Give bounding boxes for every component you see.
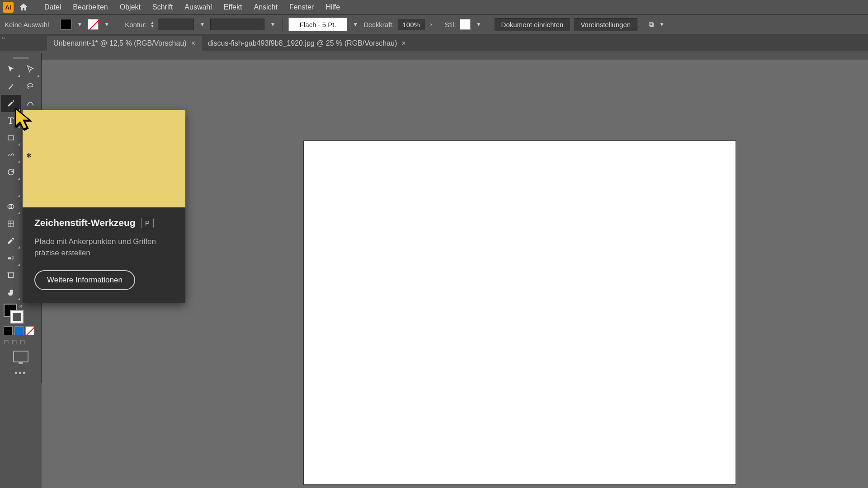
tooltip-description: Pfade mit Ankerpunkten und Griffen präzi… bbox=[34, 236, 174, 258]
stroke-weight-stepper[interactable]: ▲▼ bbox=[151, 21, 155, 28]
magic-wand-tool[interactable] bbox=[1, 78, 21, 95]
rotate-tool[interactable] bbox=[1, 164, 21, 181]
style-label: Stil: bbox=[445, 21, 456, 28]
tool-tooltip: Zeichenstift-Werkzeug P Pfade mit Ankerp… bbox=[23, 110, 185, 303]
tooltip-title: Zeichenstift-Werkzeug bbox=[34, 217, 136, 228]
variable-width-dropdown-icon[interactable]: ▼ bbox=[268, 21, 277, 28]
pen-cursor-asterisk-icon: ✱ bbox=[26, 152, 32, 159]
artboard[interactable] bbox=[304, 141, 736, 484]
hand-tool[interactable] bbox=[1, 284, 21, 301]
opacity-dropdown-icon[interactable]: › bbox=[429, 21, 434, 28]
stroke-profile-dropdown-icon[interactable]: ▼ bbox=[198, 21, 207, 28]
fill-swatch[interactable] bbox=[61, 19, 71, 30]
menubar: Ai Datei Bearbeiten Objekt Schrift Auswa… bbox=[0, 0, 868, 14]
separator bbox=[283, 18, 283, 31]
menu-schrift[interactable]: Schrift bbox=[147, 1, 178, 13]
menu-objekt[interactable]: Objekt bbox=[114, 1, 146, 13]
draw-behind-icon[interactable]: ◻ bbox=[12, 338, 17, 345]
panel-collapse-icon[interactable]: ‹‹ bbox=[2, 35, 5, 40]
document-tabs: ‹‹ Unbenannt-1* @ 12,5 % (RGB/Vorschau) … bbox=[0, 34, 868, 51]
menu-hilfe[interactable]: Hilfe bbox=[320, 1, 345, 13]
preferences-button[interactable]: Voreinstellungen bbox=[574, 18, 637, 31]
color-mode-solid[interactable] bbox=[4, 326, 13, 335]
brush-definition-field[interactable]: Flach - 5 Pt. bbox=[288, 18, 347, 31]
opacity-field[interactable]: 100% bbox=[398, 19, 425, 30]
document-setup-button[interactable]: Dokument einrichten bbox=[495, 18, 571, 31]
brush-dropdown-icon[interactable]: ▼ bbox=[351, 21, 360, 28]
close-tab-icon[interactable]: × bbox=[191, 39, 195, 47]
menu-datei[interactable]: Datei bbox=[39, 1, 66, 13]
document-tab-label: discus-fish-gab493f9b8_1920.jpg @ 25 % (… bbox=[208, 39, 397, 47]
align-icon[interactable]: ⧉ bbox=[649, 20, 654, 28]
selection-status: Keine Auswahl bbox=[5, 21, 49, 28]
rectangle-tool[interactable] bbox=[1, 129, 21, 146]
artboard-tool[interactable] bbox=[1, 267, 21, 284]
shape-builder-tool[interactable] bbox=[1, 198, 21, 215]
style-dropdown-icon[interactable]: ▼ bbox=[474, 21, 483, 28]
stroke-color[interactable] bbox=[10, 310, 24, 324]
direct-selection-tool[interactable] bbox=[21, 61, 41, 78]
color-mode-none[interactable] bbox=[25, 326, 34, 335]
stroke-swatch[interactable] bbox=[88, 19, 99, 30]
panel-grip-icon[interactable] bbox=[1, 56, 40, 61]
svg-rect-16 bbox=[8, 258, 11, 260]
separator bbox=[643, 18, 643, 31]
menu-bearbeiten[interactable]: Bearbeiten bbox=[67, 1, 113, 13]
svg-point-17 bbox=[12, 256, 13, 257]
mesh-tool[interactable] bbox=[1, 215, 21, 232]
document-tab-1[interactable]: Unbenannt-1* @ 12,5 % (RGB/Vorschau) × bbox=[47, 36, 202, 51]
menu-effekt[interactable]: Effekt bbox=[218, 1, 248, 13]
svg-point-0 bbox=[28, 84, 33, 87]
menu-auswahl[interactable]: Auswahl bbox=[179, 1, 217, 13]
separator bbox=[489, 18, 489, 31]
menu-ansicht[interactable]: Ansicht bbox=[248, 1, 283, 13]
screen-mode-icon[interactable] bbox=[13, 351, 28, 362]
document-tab-label: Unbenannt-1* @ 12,5 % (RGB/Vorschau) bbox=[53, 39, 187, 47]
fill-stroke-proxy[interactable]: ⤭ bbox=[4, 304, 24, 324]
edit-toolbar-icon[interactable]: ••• bbox=[1, 366, 40, 380]
svg-point-19 bbox=[12, 258, 13, 259]
align-dropdown-icon[interactable]: ▼ bbox=[657, 21, 666, 28]
swap-colors-icon[interactable]: ⤭ bbox=[19, 304, 23, 309]
svg-rect-23 bbox=[9, 273, 14, 278]
menu-fenster[interactable]: Fenster bbox=[284, 1, 319, 13]
stroke-weight-label: Kontur: bbox=[125, 21, 146, 28]
home-icon[interactable] bbox=[17, 1, 30, 14]
symbol-sprayer-tool[interactable] bbox=[1, 249, 21, 267]
eyedropper-tool[interactable] bbox=[1, 232, 21, 249]
stroke-weight-field[interactable] bbox=[158, 19, 194, 30]
cursor-icon bbox=[14, 108, 35, 129]
svg-point-18 bbox=[13, 258, 14, 258]
control-bar: Keine Auswahl ▼ ▼ Kontur: ▲▼ ▼ ▼ Flach -… bbox=[0, 14, 868, 34]
variable-width-field[interactable] bbox=[210, 19, 264, 30]
learn-more-button[interactable]: Weitere Informationen bbox=[34, 270, 135, 290]
selection-tool[interactable] bbox=[1, 61, 21, 78]
width-tool[interactable] bbox=[1, 181, 21, 198]
document-tab-2[interactable]: discus-fish-gab493f9b8_1920.jpg @ 25 % (… bbox=[202, 36, 412, 51]
lasso-tool[interactable] bbox=[21, 78, 41, 95]
shaper-tool[interactable] bbox=[1, 146, 21, 164]
color-mode-gradient[interactable] bbox=[14, 326, 24, 335]
draw-inside-icon[interactable]: ◻ bbox=[20, 338, 25, 345]
app-icon: Ai bbox=[3, 2, 14, 13]
fill-dropdown-icon[interactable]: ▼ bbox=[75, 21, 84, 28]
tooltip-shortcut-key: P bbox=[141, 218, 154, 228]
close-tab-icon[interactable]: × bbox=[401, 39, 406, 47]
svg-rect-2 bbox=[8, 136, 14, 140]
opacity-label: Deckkraft: bbox=[363, 21, 394, 28]
graphic-style-swatch[interactable] bbox=[460, 19, 471, 30]
stroke-dropdown-icon[interactable]: ▼ bbox=[102, 21, 111, 28]
draw-normal-icon[interactable]: ◻ bbox=[4, 338, 9, 345]
tooltip-preview-thumbnail bbox=[23, 110, 185, 207]
